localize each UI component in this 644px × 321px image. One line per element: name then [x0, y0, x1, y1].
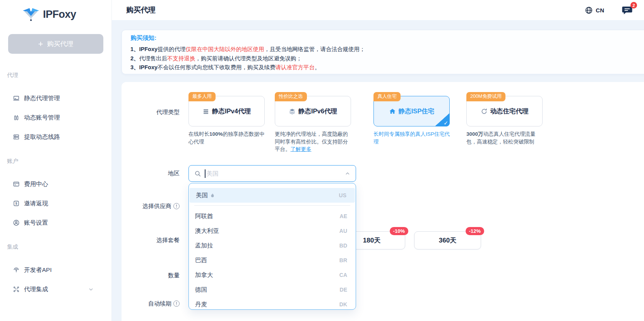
- nav-section-proxy: 代理 静态代理管理 动态账号管理: [0, 72, 111, 147]
- option-name: 阿联酋: [195, 212, 213, 220]
- region-option-us[interactable]: 美国 US: [190, 188, 355, 203]
- purchase-form: 代理类型 地区 选择供应商! 选择套餐 数量 自动续期! 最多人用 静态IPv4…: [122, 82, 644, 321]
- brand-name: IPFoxy: [43, 9, 76, 20]
- plus-icon: +: [38, 40, 43, 48]
- notice-text: ，购买前请确认代理类型及地区避免误购；: [195, 55, 302, 61]
- notice-line: 3、IPFoxy不会以任何形式向您线下收取费用，购买及续费请认准官方平台。: [130, 63, 644, 72]
- sidebar: IPFoxy + 购买代理 代理 静态代理管理: [0, 0, 112, 321]
- region-option-ca[interactable]: 加拿大CA: [189, 268, 356, 282]
- region-option-de[interactable]: 德国DE: [189, 282, 356, 297]
- proxy-type-card-isp[interactable]: 真人住宅 静态ISP住宅 ✓: [373, 96, 450, 126]
- info-icon[interactable]: !: [173, 301, 180, 307]
- purchase-notice: 购买须知: 1、IPFoxy提供的代理仅限在中国大陆以外的地区使用，且受当地网络…: [122, 30, 644, 74]
- brand-logo: IPFoxy: [0, 0, 111, 22]
- option-code: US: [339, 192, 346, 198]
- card-title: 静态IPv4代理: [212, 107, 251, 116]
- refresh-icon: [481, 108, 488, 115]
- topbar: 购买代理 CN 2: [112, 0, 644, 20]
- sidebar-item-label: 账号设置: [24, 219, 48, 227]
- plan-label-text: 180天: [363, 236, 380, 245]
- sidebar-item-billing[interactable]: 费用中心: [0, 174, 111, 194]
- sidebar-item-label: 提取动态线路: [24, 133, 60, 141]
- sidebar-item-dynamic-accounts[interactable]: 动态账号管理: [0, 108, 111, 127]
- region-option-ae[interactable]: 阿联酋AE: [189, 209, 356, 224]
- messages-button[interactable]: 2: [622, 6, 632, 17]
- notice-text: ，且受当地网络监管，请合法合规使用；: [264, 46, 365, 52]
- quantity-label: 数量: [122, 271, 180, 279]
- notice-text: 3、IPFoxy: [130, 64, 158, 70]
- notice-text-warning: 请认准官方平台: [276, 64, 315, 70]
- sidebar-item-developer-api[interactable]: 开发者API: [0, 260, 111, 280]
- region-label: 地区: [122, 169, 180, 177]
- notice-text: 2、: [130, 55, 139, 61]
- home-icon: [389, 108, 396, 115]
- card-description: 3000万动态真人住宅代理流量包，高速稳定，轻松突破限制: [466, 130, 544, 145]
- text-caret: [205, 169, 206, 178]
- proxy-type-card-ipv4[interactable]: 最多人用 静态IPv4代理: [188, 96, 265, 126]
- option-code: BD: [339, 242, 347, 249]
- language-label: CN: [596, 7, 604, 14]
- option-name: 加拿大: [195, 271, 213, 279]
- sidebar-item-label: 代理集成: [24, 285, 48, 294]
- sidebar-item-referral[interactable]: $ 邀请返现: [0, 194, 111, 213]
- flame-icon: [210, 193, 215, 198]
- layers-icon: [289, 108, 296, 115]
- sidebar-nav: 代理 静态代理管理 动态账号管理: [0, 72, 111, 299]
- discount-badge: -10%: [390, 227, 408, 235]
- sidebar-item-proxy-integration[interactable]: 代理集成: [0, 280, 111, 299]
- notice-text: 。: [315, 64, 320, 70]
- region-option-bd[interactable]: 孟加拉BD: [189, 238, 356, 253]
- card-description: 长时间专属独享的真人ISP住宅代理: [373, 130, 451, 145]
- card-title: 静态IPv6代理: [298, 107, 337, 116]
- monitor-icon: [13, 95, 20, 102]
- plan-label: 选择套餐: [122, 236, 180, 244]
- nav-section-label: 账户: [0, 157, 111, 167]
- content: 购买须知: 1、IPFoxy提供的代理仅限在中国大陆以外的地区使用，且受当地网络…: [112, 20, 644, 321]
- search-icon: [194, 170, 201, 177]
- region-option-dk[interactable]: 丹麦DK: [189, 297, 356, 310]
- sidebar-item-account-settings[interactable]: 账号设置: [0, 213, 111, 232]
- sidebar-item-label: 费用中心: [24, 180, 48, 188]
- buy-proxy-button[interactable]: + 购买代理: [8, 34, 103, 54]
- notice-text: 不会以任何形式向您线下收取费用，购买及续费: [158, 64, 276, 70]
- app: IPFoxy + 购买代理 代理 静态代理管理: [0, 0, 644, 321]
- language-switcher[interactable]: CN: [585, 6, 604, 14]
- notice-line: 1、IPFoxy提供的代理仅限在中国大陆以外的地区使用，且受当地网络监管，请合法…: [130, 45, 644, 54]
- user-icon: [13, 219, 20, 226]
- option-name: 丹麦: [195, 301, 207, 309]
- globe-icon: [585, 6, 593, 14]
- learn-more-link[interactable]: 了解更多: [291, 146, 312, 152]
- region-search-input[interactable]: [207, 170, 342, 177]
- option-code: CA: [339, 272, 347, 278]
- region-option-br[interactable]: 巴西BR: [189, 253, 356, 268]
- option-name: 孟加拉: [195, 242, 213, 250]
- region-option-au[interactable]: 澳大利亚AU: [189, 224, 356, 238]
- proxy-type-card-ipv6[interactable]: 性价比之选 静态IPv6代理: [275, 96, 351, 126]
- network-icon: [13, 286, 20, 293]
- divider: [194, 205, 350, 206]
- option-name: 德国: [195, 286, 207, 294]
- chevron-down-icon[interactable]: [88, 287, 94, 292]
- sidebar-item-label: 动态账号管理: [24, 114, 60, 122]
- option-code: AU: [339, 228, 347, 234]
- notice-text-warning: 仅限在中国大陆以外的地区使用: [186, 46, 264, 52]
- nav-section-integration: 集成 开发者API 代理集成: [0, 243, 111, 299]
- sidebar-item-static-proxy[interactable]: 静态代理管理: [0, 89, 111, 108]
- plan-card-360[interactable]: 360天 -12%: [414, 231, 481, 249]
- sidebar-item-extract-lines[interactable]: 提取动态线路: [0, 127, 111, 147]
- page-title: 购买代理: [126, 5, 156, 15]
- nav-section-account: 账户 费用中心 $ 邀请返现: [0, 157, 111, 232]
- proxy-type-card-dynamic[interactable]: 200M免费试用 动态住宅代理: [466, 96, 543, 126]
- plan-label-text: 360天: [439, 236, 456, 245]
- option-code: DK: [339, 301, 347, 307]
- nav-section-label: 代理: [0, 72, 111, 81]
- info-icon[interactable]: !: [173, 203, 180, 209]
- chevron-up-icon[interactable]: [345, 171, 350, 176]
- notice-text-warning: 不支持退换: [167, 55, 195, 61]
- dollar-icon: $: [13, 200, 20, 207]
- nav-section-label: 集成: [0, 243, 111, 253]
- sidebar-item-label: 邀请返现: [24, 200, 48, 208]
- sidebar-item-label: 静态代理管理: [24, 94, 60, 102]
- option-name: 澳大利亚: [195, 227, 219, 235]
- auto-renew-label: 自动续期!: [122, 300, 180, 307]
